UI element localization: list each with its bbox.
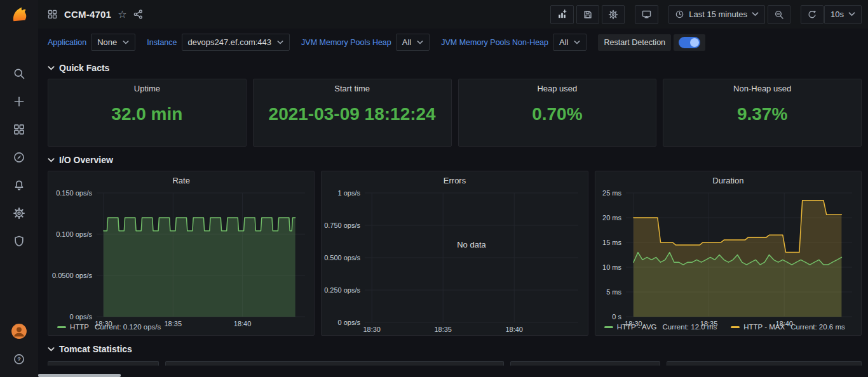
sidebar-item-explore[interactable] <box>0 143 38 171</box>
filter-jvm-non-heap: JVM Memory Pools Non-Heap All <box>441 34 587 51</box>
svg-text:15 ms: 15 ms <box>602 239 621 246</box>
sidebar-nav <box>0 60 38 255</box>
sidebar-item-profile[interactable] <box>0 317 38 345</box>
section-title: Tomcat Statistics <box>59 344 132 354</box>
star-icon[interactable]: ☆ <box>118 10 126 20</box>
refresh-interval-dropdown[interactable]: 10s <box>824 5 862 24</box>
filter-application: Application None <box>48 34 135 51</box>
add-panel-button[interactable] <box>550 5 574 24</box>
svg-text:0 s: 0 s <box>612 313 621 321</box>
svg-text:18:35: 18:35 <box>435 326 452 333</box>
chevron-down-icon <box>848 12 855 17</box>
save-dashboard-button[interactable] <box>576 5 599 24</box>
sidebar-item-server-admin[interactable] <box>0 227 38 255</box>
filter-jvm-heap: JVM Memory Pools Heap All <box>301 34 430 51</box>
section-tomcat-statistics[interactable]: Tomcat Statistics <box>48 344 862 354</box>
jvm-non-heap-dropdown[interactable]: All <box>553 34 587 51</box>
time-range-picker[interactable]: Last 15 minutes <box>668 5 765 24</box>
stat-value: 2021-03-09 18:12:24 <box>254 104 451 124</box>
filter-label: Instance <box>147 38 177 47</box>
dashboards-grid-icon <box>13 123 25 136</box>
dashboard-content: Quick Facts Uptime 32.0 min Start time 2… <box>38 55 868 377</box>
dropdown-value: None <box>97 37 117 47</box>
svg-text:0 ops/s: 0 ops/s <box>70 313 93 321</box>
refresh-icon <box>807 10 817 20</box>
panel-duration: Duration 0 s5 ms10 ms15 ms20 ms25 ms18:3… <box>595 171 862 336</box>
errors-chart[interactable]: 0 ops/s0.250 ops/s0.500 ops/s0.750 ops/s… <box>322 188 587 335</box>
dashboard-grid-icon[interactable] <box>47 9 58 20</box>
restart-detection-label: Restart Detection <box>598 34 671 51</box>
sidebar-item-create[interactable] <box>0 88 38 116</box>
jvm-heap-dropdown[interactable]: All <box>396 34 430 51</box>
add-panel-icon <box>557 9 567 20</box>
panel-title[interactable]: Duration <box>595 171 861 188</box>
svg-text:0 ops/s: 0 ops/s <box>338 319 361 326</box>
refresh-button[interactable] <box>801 5 824 24</box>
shield-icon <box>13 235 25 248</box>
toggle-knob <box>690 38 699 47</box>
io-overview-row: Rate 0 ops/s0.0500 ops/s0.100 ops/s0.150… <box>48 171 862 336</box>
help-icon: ? <box>13 353 25 366</box>
panel-title[interactable]: Start time <box>254 79 451 96</box>
compass-icon <box>13 151 25 164</box>
svg-text:No data: No data <box>458 240 487 249</box>
sidebar-item-help[interactable]: ? <box>0 345 38 373</box>
stat-value: 9.37% <box>663 104 861 124</box>
search-icon <box>13 67 25 80</box>
svg-text:0.0500 ops/s: 0.0500 ops/s <box>52 272 92 279</box>
svg-text:18:35: 18:35 <box>165 320 182 327</box>
svg-text:18:30: 18:30 <box>625 320 642 327</box>
horizontal-scrollbar-thumb[interactable] <box>38 374 121 377</box>
panel-title[interactable]: Non-Heap used <box>663 79 861 96</box>
dropdown-value: All <box>559 37 568 47</box>
filter-label: JVM Memory Pools Non-Heap <box>441 38 548 47</box>
filter-label: Application <box>48 38 86 47</box>
application-dropdown[interactable]: None <box>91 34 135 51</box>
dashboard-settings-button[interactable] <box>602 5 625 24</box>
toggle-track <box>679 37 700 48</box>
bell-icon <box>13 179 25 192</box>
sidebar-item-configuration[interactable] <box>0 199 38 227</box>
duration-chart[interactable]: 0 s5 ms10 ms15 ms20 ms25 ms18:3018:3518:… <box>595 188 861 322</box>
grafana-app: ? CCM-4701 ☆ <box>0 0 868 377</box>
panel-title[interactable]: Rate <box>48 171 314 188</box>
panel-title[interactable]: Heap used <box>459 79 656 96</box>
time-range-label: Last 15 minutes <box>689 10 747 19</box>
chevron-down-icon <box>574 41 580 44</box>
section-title: I/O Overview <box>59 155 113 165</box>
grafana-logo-icon <box>10 4 29 23</box>
share-icon[interactable] <box>133 9 144 20</box>
clock-icon <box>675 10 684 19</box>
section-quick-facts[interactable]: Quick Facts <box>48 63 862 73</box>
panel-non-heap-used: Non-Heap used 9.37% <box>663 79 862 147</box>
panel-errors: Errors 0 ops/s0.250 ops/s0.500 ops/s0.75… <box>321 171 588 336</box>
cutoff-panel <box>48 361 159 366</box>
zoom-out-time-button[interactable] <box>768 5 790 24</box>
section-title: Quick Facts <box>59 63 109 73</box>
section-io-overview[interactable]: I/O Overview <box>48 155 862 165</box>
instance-dropdown[interactable]: devops247.ef.com:443 <box>182 34 290 51</box>
filter-instance: Instance devops247.ef.com:443 <box>147 34 290 51</box>
monitor-icon <box>641 9 652 20</box>
chevron-down-icon <box>48 347 55 352</box>
sidebar-item-alerting[interactable] <box>0 171 38 199</box>
chevron-down-icon <box>123 41 129 44</box>
svg-text:5 ms: 5 ms <box>606 288 621 296</box>
svg-text:18:40: 18:40 <box>506 326 524 333</box>
user-avatar-icon <box>11 323 27 340</box>
panel-heap-used: Heap used 0.70% <box>458 79 657 147</box>
grafana-logo[interactable] <box>0 0 38 28</box>
restart-detection-toggle[interactable] <box>674 34 705 51</box>
svg-text:0.750 ops/s: 0.750 ops/s <box>324 222 360 229</box>
svg-text:18:30: 18:30 <box>95 320 112 327</box>
svg-text:25 ms: 25 ms <box>602 189 621 197</box>
sidebar-item-search[interactable] <box>0 60 38 88</box>
chevron-down-icon <box>752 12 759 17</box>
topbar-left: CCM-4701 ☆ <box>47 9 144 20</box>
dropdown-value: All <box>402 37 411 47</box>
panel-title[interactable]: Errors <box>322 171 587 188</box>
sidebar-item-dashboards[interactable] <box>0 116 38 143</box>
rate-chart[interactable]: 0 ops/s0.0500 ops/s0.100 ops/s0.150 ops/… <box>48 188 314 322</box>
panel-title[interactable]: Uptime <box>48 79 246 96</box>
cycle-view-button[interactable] <box>635 5 658 24</box>
